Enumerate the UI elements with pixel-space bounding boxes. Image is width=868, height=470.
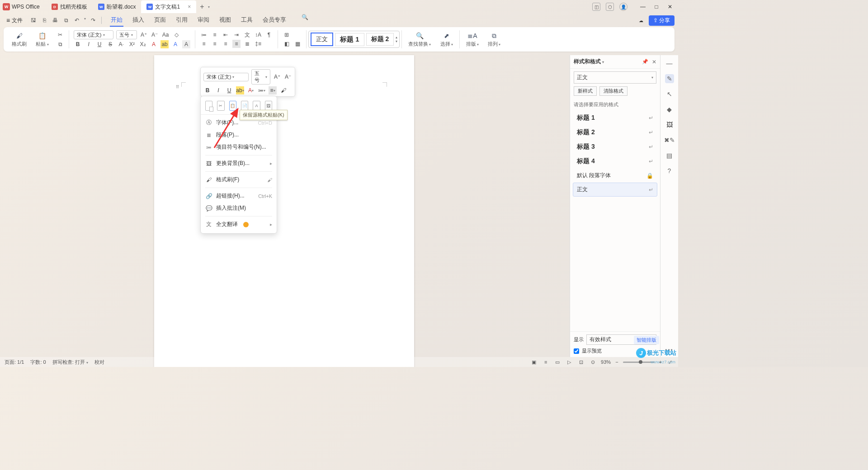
anchor-icon[interactable]: ⠿ [176,85,179,89]
docs-icon[interactable]: ▤ [665,151,674,160]
bold-icon[interactable]: B [74,40,82,48]
close-tab-icon[interactable]: × [188,4,191,10]
undo-dropdown-icon[interactable]: ▾ [84,17,86,24]
ctx-paragraph[interactable]: ≣ 段落(P)... [201,129,277,141]
close-window-button[interactable]: ✕ [665,2,675,11]
outdent-icon[interactable]: ⇤ [222,31,230,39]
tools-icon[interactable]: ✖✎ [665,136,674,145]
pin-icon[interactable]: 📌 [642,59,648,65]
tab-doc-1[interactable]: W 盼望着.docx [93,0,142,13]
font-name-combo[interactable]: 宋体 (正文)▾ [74,30,113,39]
align-center-icon[interactable]: ≡ [211,40,219,48]
cut-option-icon[interactable]: ✂ [217,101,224,111]
ctx-background[interactable]: 🖼 更换背景(B)... ▸ [201,157,277,169]
menu-page[interactable]: 页面 [153,14,167,27]
style-h2[interactable]: 标题 2 [366,33,394,46]
ctx-comment[interactable]: 💬 插入批注(M) [201,202,277,214]
select-pane-icon[interactable]: ↖ [665,89,674,99]
layout-button[interactable]: ≣A 排版 ▾ [464,30,481,48]
style-normal[interactable]: 正文 [311,33,333,46]
shading-icon[interactable]: ◧ [283,40,291,48]
cut-icon[interactable]: ✂ [56,31,64,39]
tab-doc-2[interactable]: W 文字文稿1 × [141,0,196,13]
help-icon[interactable]: ? [665,166,674,175]
shapes-icon[interactable]: ◆ [665,105,674,114]
highlight-icon[interactable]: ab [160,40,169,48]
style-item-h1[interactable]: 标题 1↵ [573,111,657,125]
menu-tools[interactable]: 工具 [240,14,254,27]
page-counter[interactable]: 页面: 1/1 [5,359,24,366]
ctx-format-painter[interactable]: 🖌 格式刷(F) 🖌 [201,174,277,186]
underline-icon[interactable]: U [95,40,104,48]
line-spacing-icon[interactable]: ‡≡ [254,40,262,48]
redo-icon[interactable]: ↷ [90,17,97,24]
cube-icon[interactable]: ⬡ [606,3,614,11]
superscript-icon[interactable]: X² [128,40,136,48]
borders-icon[interactable]: ▦ [293,40,302,48]
spellcheck-status[interactable]: 拼写检查: 打开 ▾ [52,359,88,366]
zoom-slider[interactable] [623,362,655,363]
sort-icon[interactable]: ↕A [254,31,262,39]
clear-format-icon[interactable]: ◇ [172,31,180,39]
menu-view[interactable]: 视图 [218,14,232,27]
undo-icon[interactable]: ↶ [73,17,80,24]
file-menu[interactable]: ≡ 文件 [4,16,25,25]
paste-keep-source-icon[interactable]: 📋 [229,101,236,111]
new-tab-button[interactable]: + [196,3,208,11]
menu-review[interactable]: 审阅 [197,14,210,27]
style-h1[interactable]: 标题 1 [335,33,364,46]
search-icon[interactable]: 🔍 [302,14,308,27]
paste-button[interactable]: 📋 粘贴 ▾ [34,30,51,48]
avatar-icon[interactable]: 👤 [619,3,627,11]
clipart-icon[interactable]: 🖼 [665,120,674,129]
new-style-button[interactable]: 新样式 [574,86,597,96]
maximize-button[interactable]: □ [651,2,662,11]
ctx-translate[interactable]: 文 全文翻译 ▸ [201,218,277,230]
mini-font-combo[interactable]: 宋体 (正文)▾ [203,73,249,81]
copy-option-icon[interactable] [205,101,212,111]
italic-icon[interactable]: I [214,86,222,94]
char-shading-icon[interactable]: A [182,40,190,48]
font-color2-icon[interactable]: A [171,40,179,48]
style-item-h3[interactable]: 标题 3↵ [573,140,657,154]
view-web-icon[interactable]: ▭ [554,358,561,366]
style-item-h4[interactable]: 标题 4↵ [573,154,657,169]
view-focus-icon[interactable]: ⊡ [577,358,585,366]
bold-icon[interactable]: B [203,86,212,94]
numbering-icon[interactable]: ≡ [211,31,219,39]
style-item-default-font[interactable]: 默认 段落字体🔒 [573,169,657,183]
view-outline-icon[interactable]: ≡ [542,358,549,366]
mini-size-combo[interactable]: 五号▾ [251,69,270,85]
strike-icon[interactable]: S [106,40,114,48]
emphasis-icon[interactable]: A· [117,40,125,48]
zoom-level[interactable]: 93% [601,359,611,365]
bullets-icon[interactable]: ≔▾ [258,86,266,94]
paste-match-icon[interactable]: 📄 [241,101,248,111]
paste-text-icon[interactable]: A [253,101,260,111]
save-icon[interactable]: 🖫 [30,17,37,24]
ctx-bullets[interactable]: ≔ 项目符号和编号(N)... [201,141,277,153]
menu-reference[interactable]: 引用 [175,14,189,27]
text-direction-icon[interactable]: 文 [243,31,251,39]
close-panel-icon[interactable]: ✕ [652,59,656,65]
style-item-body[interactable]: 正文↵ [573,183,657,197]
select-button[interactable]: ⬈ 选择 ▾ [439,30,455,48]
menu-home[interactable]: 开始 [110,14,123,27]
arrange-button[interactable]: ⧉ 排列 ▾ [486,30,502,48]
cloud-icon[interactable]: ☁ [637,16,645,24]
preview-icon[interactable]: ⧉ [62,17,70,24]
fit-icon[interactable]: ⊙ [589,358,596,366]
menu-insert[interactable]: 插入 [132,14,145,27]
tab-overflow-icon[interactable]: ▾ [208,5,210,9]
font-size-combo[interactable]: 五号▾ [116,30,137,39]
shrink-font-icon[interactable]: A⁻ [151,31,159,39]
distribute-icon[interactable]: ≣ [243,40,251,48]
minimize-button[interactable]: — [637,2,648,11]
word-count[interactable]: 字数: 0 [30,359,46,366]
share-button[interactable]: ⇪ 分享 [649,15,675,26]
highlight-icon[interactable]: ab▾ [236,86,244,94]
ctx-hyperlink[interactable]: 🔗 超链接(H)... Ctrl+K [201,190,277,202]
preview-checkbox[interactable] [574,348,579,354]
reader-mode-icon[interactable]: ◫ [592,3,600,11]
print-preview-icon[interactable]: ⎘ [41,17,48,24]
